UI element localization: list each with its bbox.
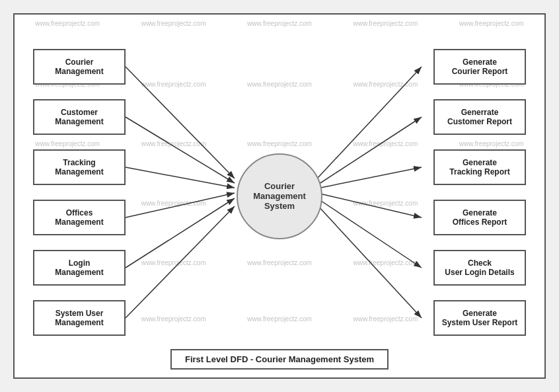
watermark-row-3: www.freeprojectz.comwww.freeprojectz.com… bbox=[15, 140, 544, 147]
svg-line-1 bbox=[126, 67, 235, 178]
svg-line-10 bbox=[317, 193, 422, 217]
diagram-container: www.freeprojectz.comwww.freeprojectz.com… bbox=[13, 13, 546, 379]
center-node: Courier Management System bbox=[237, 153, 322, 239]
svg-line-12 bbox=[317, 205, 422, 318]
courier-management-box: CourierManagement bbox=[33, 49, 126, 85]
generate-tracking-report-box: GenerateTracking Report bbox=[433, 149, 526, 185]
system-user-management-box: System UserManagement bbox=[33, 300, 126, 336]
diagram-inner: www.freeprojectz.comwww.freeprojectz.com… bbox=[15, 15, 544, 377]
offices-management-box: OfficesManagement bbox=[33, 200, 126, 235]
generate-offices-report-box: GenerateOffices Report bbox=[433, 200, 526, 235]
svg-line-3 bbox=[126, 167, 235, 188]
svg-line-11 bbox=[317, 198, 422, 268]
svg-line-6 bbox=[126, 206, 235, 318]
generate-system-user-report-box: GenerateSystem User Report bbox=[433, 300, 526, 336]
generate-customer-report-box: GenerrateCustomer Report bbox=[433, 99, 526, 135]
tracking-management-box: TrackingManagement bbox=[33, 149, 126, 185]
svg-line-9 bbox=[317, 167, 422, 188]
svg-line-2 bbox=[126, 117, 235, 183]
login-management-box: LoginManagement bbox=[33, 250, 126, 286]
watermark-row-1: www.freeprojectz.comwww.freeprojectz.com… bbox=[15, 20, 544, 27]
svg-line-5 bbox=[126, 198, 235, 268]
generate-courier-report-box: GenerateCourier Report bbox=[433, 49, 526, 85]
svg-line-8 bbox=[317, 117, 422, 185]
svg-line-7 bbox=[317, 67, 422, 178]
diagram-caption: First Level DFD - Courier Management Sys… bbox=[170, 349, 389, 370]
svg-line-4 bbox=[126, 193, 235, 217]
check-user-login-box: CheckUser Login Details bbox=[433, 250, 526, 286]
customer-management-box: CustomerManagement bbox=[33, 99, 126, 135]
